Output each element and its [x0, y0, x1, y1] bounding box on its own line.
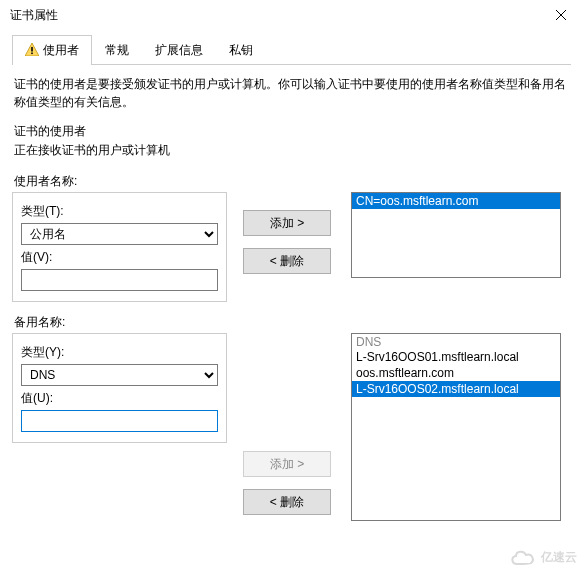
altname-groupbox: 类型(Y): DNS 值(U):: [12, 333, 227, 443]
svg-rect-1: [31, 52, 33, 54]
list-item[interactable]: CN=oos.msftlearn.com: [352, 193, 560, 209]
list-item[interactable]: oos.msftlearn.com: [352, 365, 560, 381]
altname-listbox[interactable]: DNS L-Srv16OOS01.msftlearn.local oos.msf…: [351, 333, 561, 521]
subject-listbox[interactable]: CN=oos.msftlearn.com: [351, 192, 561, 278]
altname-value-input[interactable]: [21, 410, 218, 432]
cloud-icon: [509, 548, 537, 566]
subject-remove-button[interactable]: < 删除: [243, 248, 331, 274]
altname-type-label: 类型(Y):: [21, 344, 218, 361]
tab-label: 使用者: [43, 43, 79, 57]
subject-type-select[interactable]: 公用名: [21, 223, 218, 245]
subject-name-label: 使用者名称:: [14, 173, 571, 190]
close-button[interactable]: [538, 0, 583, 30]
warning-icon: [25, 43, 39, 59]
svg-rect-0: [31, 47, 33, 52]
tab-subject[interactable]: 使用者: [12, 35, 92, 65]
altname-label: 备用名称:: [14, 314, 571, 331]
subject-value-input[interactable]: [21, 269, 218, 291]
subject-subheading: 正在接收证书的用户或计算机: [14, 142, 571, 159]
subject-groupbox: 类型(T): 公用名 值(V):: [12, 192, 227, 302]
window-title: 证书属性: [10, 7, 58, 24]
watermark: 亿速云: [509, 548, 577, 566]
subject-type-label: 类型(T):: [21, 203, 218, 220]
tab-label: 扩展信息: [155, 43, 203, 57]
altname-row: 类型(Y): DNS 值(U): 添加 > < 删除 DNS L-Srv16OO…: [12, 333, 571, 529]
close-icon: [556, 10, 566, 20]
tab-general[interactable]: 常规: [92, 35, 142, 65]
subject-heading: 证书的使用者: [14, 123, 571, 140]
altname-list-header: DNS: [352, 334, 560, 349]
tab-bar: 使用者 常规 扩展信息 私钥: [12, 34, 571, 65]
list-item[interactable]: L-Srv16OOS01.msftlearn.local: [352, 349, 560, 365]
altname-remove-button[interactable]: < 删除: [243, 489, 331, 515]
subject-add-button[interactable]: 添加 >: [243, 210, 331, 236]
tab-label: 私钥: [229, 43, 253, 57]
tab-label: 常规: [105, 43, 129, 57]
tab-privatekey[interactable]: 私钥: [216, 35, 266, 65]
list-item[interactable]: L-Srv16OOS02.msftlearn.local: [352, 381, 560, 397]
altname-add-button: 添加 >: [243, 451, 331, 477]
subject-value-label: 值(V):: [21, 249, 218, 266]
description-text: 证书的使用者是要接受颁发证书的用户或计算机。你可以输入证书中要使用的使用者名称值…: [14, 75, 569, 111]
tab-extensions[interactable]: 扩展信息: [142, 35, 216, 65]
dialog-body: 使用者 常规 扩展信息 私钥 证书的使用者是要接受颁发证书的用户或计算机。你可以…: [0, 30, 583, 529]
altname-value-label: 值(U):: [21, 390, 218, 407]
altname-type-select[interactable]: DNS: [21, 364, 218, 386]
subject-row: 类型(T): 公用名 值(V): 添加 > < 删除 CN=oos.msftle…: [12, 192, 571, 302]
titlebar: 证书属性: [0, 0, 583, 30]
